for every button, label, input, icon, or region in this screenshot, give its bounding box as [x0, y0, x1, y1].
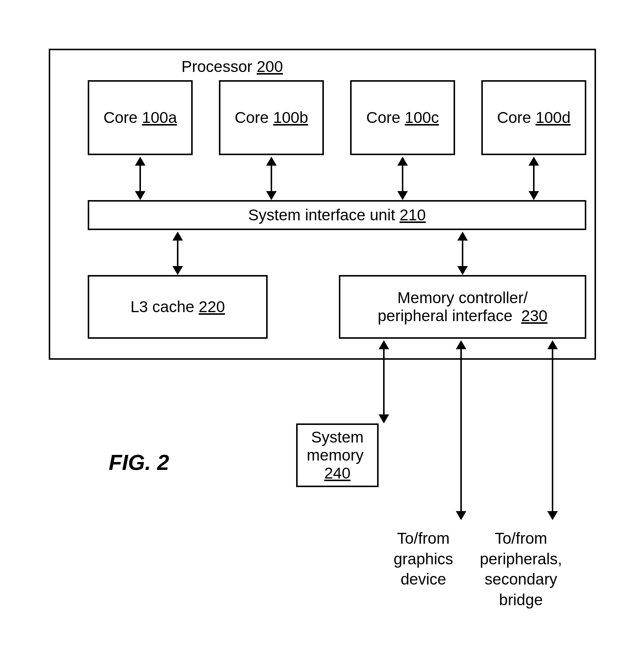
- graphics-label: To/from graphics device: [394, 528, 453, 590]
- siu-label: System interface unit: [248, 206, 395, 224]
- core-c-label: Core: [366, 109, 400, 127]
- core-b-ref: 100b: [273, 109, 308, 127]
- core-a-box: Core 100a: [88, 80, 193, 155]
- siu-box: System interface unit 210: [88, 200, 586, 230]
- arrow-core-d-siu: [529, 157, 539, 200]
- arrow-memctl-sysmem: [379, 340, 389, 423]
- sysmem-ref: 240: [324, 464, 350, 482]
- sysmem-line1: System: [311, 428, 364, 446]
- core-b-label: Core: [235, 109, 269, 127]
- core-d-ref: 100d: [536, 109, 571, 127]
- memctl-line1: Memory controller/: [397, 289, 528, 307]
- memctl-box: Memory controller/ peripheral interface …: [339, 275, 586, 339]
- memctl-line2-container: peripheral interface 230: [378, 307, 548, 325]
- core-a-label: Core: [103, 109, 138, 127]
- core-b-box: Core 100b: [219, 80, 324, 155]
- core-c-ref: 100c: [405, 109, 439, 127]
- arrow-core-c-siu: [397, 157, 408, 200]
- processor-box: Processor 200 Core 100a Core 100b Core 1…: [49, 49, 596, 360]
- arrow-core-a-siu: [135, 157, 145, 200]
- sysmem-line2-container: memory 240: [298, 446, 377, 482]
- peripherals-label-text: To/from peripherals, secondary bridge: [480, 528, 562, 610]
- arrow-memctl-graphics: [456, 340, 466, 520]
- sysmem-box: System memory 240: [296, 423, 379, 487]
- graphics-label-text: To/from graphics device: [394, 528, 453, 590]
- l3-label: L3 cache: [130, 298, 194, 316]
- arrow-memctl-peripherals: [547, 340, 558, 520]
- sysmem-line2: memory: [307, 446, 364, 464]
- siu-ref: 210: [400, 206, 426, 224]
- l3-box: L3 cache 220: [88, 275, 268, 339]
- core-d-box: Core 100d: [481, 80, 586, 155]
- figure-label: FIG. 2: [109, 450, 169, 475]
- processor-title-text: Processor: [181, 58, 252, 75]
- arrow-siu-memctl: [457, 232, 468, 275]
- arrow-siu-l3: [172, 232, 183, 275]
- l3-ref: 220: [199, 298, 225, 316]
- peripherals-label: To/from peripherals, secondary bridge: [480, 528, 562, 610]
- memctl-ref: 230: [521, 307, 547, 325]
- processor-title: Processor 200: [181, 58, 283, 76]
- core-c-box: Core 100c: [350, 80, 455, 155]
- arrow-core-b-siu: [266, 157, 277, 200]
- core-d-label: Core: [497, 109, 531, 127]
- processor-title-ref: 200: [257, 58, 283, 75]
- memctl-line2: peripheral interface: [378, 307, 513, 325]
- core-a-ref: 100a: [142, 109, 177, 127]
